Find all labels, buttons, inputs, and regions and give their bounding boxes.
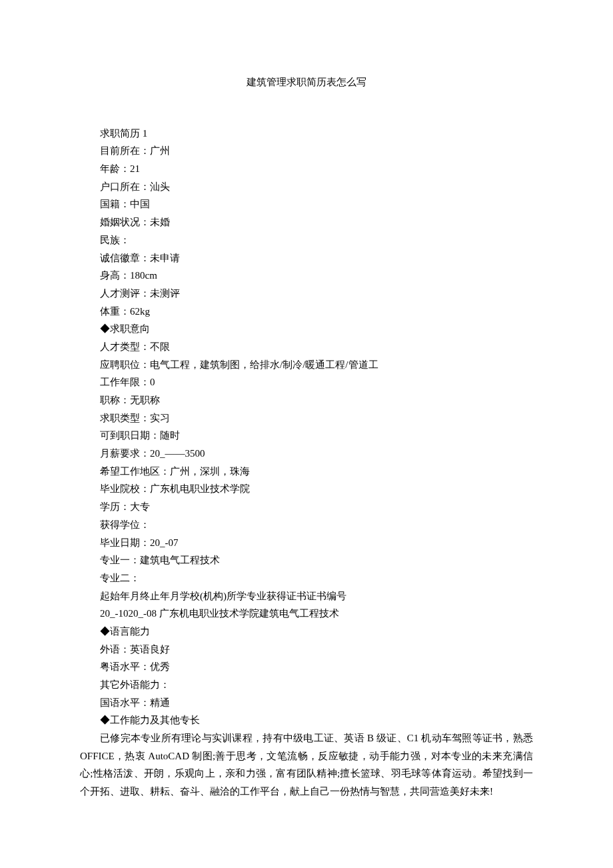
resume-line: ◆语言能力 — [80, 623, 533, 641]
resume-line: ◆求职意向 — [80, 320, 533, 338]
resume-line: 人才测评：未测评 — [80, 285, 533, 303]
resume-line: 户口所在：汕头 — [80, 178, 533, 196]
resume-line: 20_-1020_-08 广东机电职业技术学院建筑电气工程技术 — [80, 605, 533, 623]
resume-line: 希望工作地区：广州，深圳，珠海 — [80, 463, 533, 481]
resume-line: 应聘职位：电气工程，建筑制图，给排水/制冷/暖通工程/管道工 — [80, 356, 533, 374]
resume-line: 工作年限：0 — [80, 373, 533, 391]
resume-line: 诚信徽章：未申请 — [80, 249, 533, 267]
resume-line: 体重：62kg — [80, 303, 533, 321]
resume-line: 获得学位： — [80, 516, 533, 534]
resume-line: 职称：无职称 — [80, 391, 533, 409]
document-title: 建筑管理求职简历表怎么写 — [80, 73, 533, 91]
resume-line: ◆工作能力及其他专长 — [80, 711, 533, 729]
resume-line: 求职简历 1 — [80, 125, 533, 143]
resume-line: 国籍：中国 — [80, 195, 533, 213]
resume-line: 起始年月终止年月学校(机构)所学专业获得证书证书编号 — [80, 587, 533, 605]
resume-line: 民族： — [80, 231, 533, 249]
resume-line: 国语水平：精通 — [80, 694, 533, 712]
ability-paragraph: 已修完本专业所有理论与实训课程，持有中级电工证、英语 B 级证、C1 机动车驾照… — [80, 729, 533, 801]
resume-line: 年龄：21 — [80, 160, 533, 178]
resume-line: 婚姻状况：未婚 — [80, 213, 533, 231]
resume-line: 专业二： — [80, 569, 533, 587]
resume-line: 毕业院校：广东机电职业技术学院 — [80, 480, 533, 498]
resume-line: 外语：英语良好 — [80, 641, 533, 659]
resume-line: 可到职日期：随时 — [80, 427, 533, 445]
resume-line: 人才类型：不限 — [80, 338, 533, 356]
resume-line: 毕业日期：20_-07 — [80, 534, 533, 552]
resume-line: 求职类型：实习 — [80, 409, 533, 427]
lines-container: 求职简历 1目前所在：广州年龄：21户口所在：汕头国籍：中国婚姻状况：未婚民族：… — [80, 125, 533, 729]
resume-line: 学历：大专 — [80, 498, 533, 516]
resume-line: 目前所在：广州 — [80, 142, 533, 160]
resume-line: 其它外语能力： — [80, 676, 533, 694]
resume-line: 月薪要求：20_——3500 — [80, 445, 533, 463]
document-page: 建筑管理求职简历表怎么写 求职简历 1目前所在：广州年龄：21户口所在：汕头国籍… — [0, 0, 613, 841]
resume-line: 粤语水平：优秀 — [80, 658, 533, 676]
resume-line: 专业一：建筑电气工程技术 — [80, 551, 533, 569]
resume-line: 身高：180cm — [80, 267, 533, 285]
